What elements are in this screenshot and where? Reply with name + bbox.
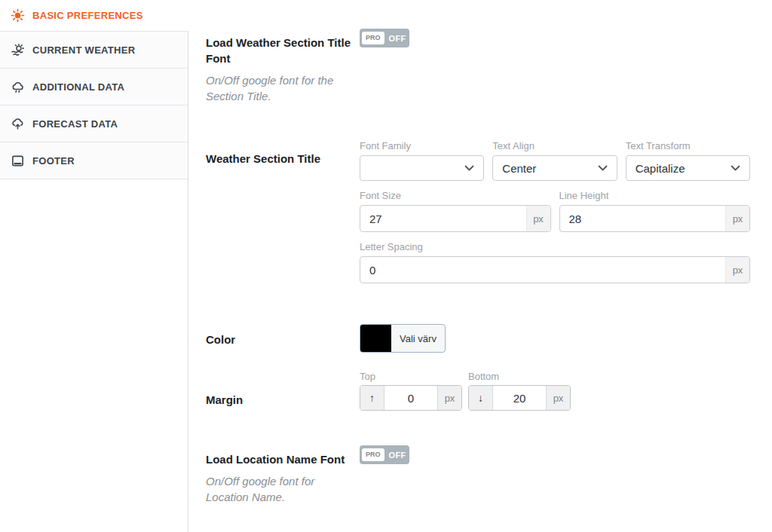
text-transform-select[interactable]: Capitalize [626, 155, 750, 181]
setting-weather-section-title: Weather Section Title Font Family Text A… [206, 140, 772, 283]
color-swatch [360, 324, 391, 353]
sidebar-item-label: BASIC PREFERENCES [32, 10, 143, 21]
setting-color: Color Vali värv [206, 324, 772, 356]
sidebar-item-forecast-data[interactable]: FORECAST DATA [0, 105, 188, 142]
line-height-label: Line Height [559, 190, 751, 201]
letter-spacing-label: Letter Spacing [360, 241, 750, 252]
setting-label: Margin [206, 392, 360, 408]
pro-off-toggle[interactable]: PRO OFF [360, 29, 409, 47]
sun-haze-icon [11, 43, 25, 57]
cloud-up-arrow-icon [11, 117, 25, 131]
pro-badge: PRO [362, 32, 384, 44]
text-align-value: Center [502, 162, 536, 175]
chevron-down-icon [598, 165, 608, 171]
sidebar-item-footer[interactable]: FOOTER [0, 142, 188, 179]
pro-badge: PRO [362, 448, 384, 461]
setting-label: Weather Section Title [206, 151, 360, 167]
text-align-select[interactable]: Center [492, 155, 617, 181]
toggle-state-label: OFF [389, 451, 406, 460]
settings-panel: Load Weather Section Title Font On/Off g… [188, 0, 772, 532]
text-transform-label: Text Transform [626, 140, 750, 151]
font-family-label: Font Family [360, 140, 484, 151]
unit-suffix: px [437, 386, 461, 410]
margin-bottom-value[interactable]: 20 [493, 386, 546, 410]
sidebar-item-label: CURRENT WEATHER [32, 44, 135, 56]
margin-bottom-label: Bottom [468, 371, 571, 382]
font-size-label: Font Size [360, 190, 551, 201]
margin-top-value[interactable]: 0 [384, 386, 437, 410]
unit-suffix: px [725, 257, 749, 283]
font-family-select[interactable] [360, 155, 484, 181]
margin-top-group: Top ↑ 0 px [360, 371, 462, 411]
font-size-input[interactable] [360, 206, 526, 231]
unit-suffix: px [546, 386, 570, 410]
setting-description: On/Off google font for the Section Title… [206, 72, 360, 104]
sidebar-item-current-weather[interactable]: CURRENT WEATHER [0, 32, 188, 69]
unit-suffix: px [526, 206, 550, 231]
sidebar-item-label: ADDITIONAL DATA [32, 81, 124, 93]
chevron-down-icon [731, 165, 740, 171]
cloud-rain-icon [11, 80, 25, 94]
margin-top-label: Top [360, 371, 462, 382]
text-align-label: Text Align [492, 140, 617, 151]
setting-load-weather-title-font: Load Weather Section Title Font On/Off g… [206, 29, 772, 104]
setting-label: Load Location Name Font [206, 451, 360, 467]
color-picker-button[interactable]: Vali värv [360, 324, 446, 353]
setting-margin: Margin Top ↑ 0 px Bottom [206, 371, 772, 411]
setting-label: Color [206, 332, 360, 347]
setting-label: Load Weather Section Title Font [206, 35, 360, 66]
sidebar-item-additional-data[interactable]: ADDITIONAL DATA [0, 69, 188, 105]
chevron-down-icon [464, 165, 474, 171]
settings-sidebar: BASIC PREFERENCES CURRENT WEATHER ADDITI… [0, 0, 188, 532]
arrow-up-icon: ↑ [360, 386, 384, 410]
sidebar-item-label: FORECAST DATA [32, 118, 118, 130]
footer-window-icon [11, 154, 25, 168]
sun-icon [11, 8, 25, 23]
text-transform-value: Capitalize [636, 162, 685, 175]
settings-page: BASIC PREFERENCES CURRENT WEATHER ADDITI… [0, 0, 772, 532]
sidebar-item-basic-preferences[interactable]: BASIC PREFERENCES [0, 0, 188, 32]
line-height-input[interactable] [560, 206, 726, 231]
pro-off-toggle[interactable]: PRO OFF [360, 445, 409, 464]
margin-bottom-group: Bottom ↓ 20 px [468, 371, 571, 411]
sidebar-item-label: FOOTER [32, 155, 75, 167]
setting-load-location-name-font: Load Location Name Font On/Off google fo… [206, 445, 772, 505]
letter-spacing-input[interactable] [360, 257, 725, 283]
color-picker-button-label: Vali värv [391, 333, 445, 344]
arrow-down-icon: ↓ [469, 386, 493, 410]
toggle-state-label: OFF [389, 34, 406, 43]
unit-suffix: px [725, 206, 749, 231]
setting-description: On/Off google font for Location Name. [206, 473, 360, 505]
